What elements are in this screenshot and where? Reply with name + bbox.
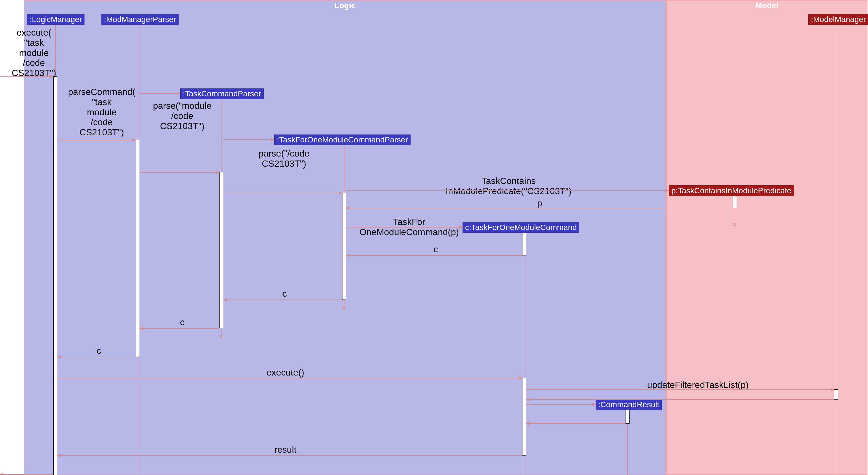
lifeline-mod-manager-parser: :ModManagerParser (101, 14, 179, 25)
arrow-cmdresult-back (526, 423, 626, 424)
arrowhead-c-return4 (57, 355, 61, 358)
arrowhead-parse2 (339, 191, 342, 195)
arrowhead-return-out (0, 473, 3, 475)
arrow-command-ctor (346, 227, 463, 227)
arrow-parse2 (223, 193, 342, 193)
logic-frame-title: Logic (335, 1, 356, 10)
arrowhead-parse1-call (216, 171, 219, 174)
arrow-c-return4 (57, 357, 136, 357)
lifeline-task-command-parser: :TaskCommandParser (180, 89, 264, 99)
arrow-create-cmdresult (526, 404, 596, 405)
arrow-return-out (0, 474, 53, 475)
arrowhead-execute-call (519, 376, 522, 380)
msg-execute-call: execute() (249, 368, 322, 378)
arrow-parse1-create (140, 93, 180, 94)
arrowhead-predicate-ctor (665, 189, 669, 192)
msg-update-filtered: updateFilteredTaskList(p) (630, 380, 766, 390)
msg-p-return: p (535, 198, 544, 209)
msg-c-return3: c (178, 317, 186, 327)
lifeline-predicate: p:TaskContainsInModulePredicate (669, 185, 794, 196)
activation-predicate (733, 196, 737, 208)
arrow-predicate-ctor (346, 190, 669, 191)
model-frame-title: Model (755, 1, 778, 10)
activation-mod-manager-parser (136, 140, 140, 357)
destroy-tcp: × (219, 333, 223, 341)
lifeline-task-for-one-module-command: c:TaskForOneModuleCommand (463, 222, 579, 233)
arrowhead-c-return3 (140, 327, 143, 330)
arrowhead-parse1-create (177, 92, 180, 95)
arrowhead-cmdresult-back (526, 422, 529, 425)
msg-c-return2: c (280, 289, 289, 299)
arrowhead-result (57, 454, 61, 457)
arrowhead-execute-in (50, 74, 53, 78)
activation-task-one-module-parser (342, 193, 346, 300)
arrow-p-return (346, 208, 733, 208)
arrow-parse1-call (140, 172, 219, 172)
arrowhead-create-cmdresult (592, 403, 596, 406)
arrowhead-return-model (526, 398, 529, 401)
arrow-result (57, 455, 522, 456)
activation-task-one-module-cmd-1 (522, 233, 526, 255)
lifeline-line-model-manager (836, 25, 836, 475)
msg-parse-command: parseCommand( "task module /code CS2103T… (65, 87, 138, 137)
arrow-c-return1 (346, 255, 522, 256)
lifeline-logic-manager: :LogicManager (27, 14, 85, 25)
destroy-predicate: × (733, 221, 736, 229)
destroy-t1mcp: × (342, 304, 346, 312)
msg-execute-in: execute( "task module /code CS2103T") (6, 28, 62, 78)
activation-command-result (626, 410, 629, 423)
activation-task-command-parser (219, 172, 223, 328)
arrow-c-return2 (223, 299, 342, 300)
msg-result: result (263, 445, 308, 455)
lifeline-task-one-module-cmd-parser: :TaskForOneModuleCommandParser (274, 134, 410, 145)
arrowhead-command-ctor (459, 225, 463, 229)
msg-c-return1: c (431, 245, 440, 255)
msg-predicate-ctor: TaskContains InModulePredicate("CS2103T"… (410, 176, 608, 196)
arrow-create-t1mcp (223, 139, 274, 140)
activation-model-manager (834, 389, 838, 400)
model-frame: Model (666, 0, 867, 475)
arrow-return-model (526, 399, 834, 400)
msg-parse1: parse("module /code CS2103T") (144, 101, 220, 131)
arrow-execute-call (57, 378, 522, 378)
arrowhead-parse-command (132, 138, 136, 142)
lifeline-command-result: :CommandResult (596, 399, 662, 410)
arrow-c-return3 (140, 328, 219, 329)
arrow-parse-command (57, 140, 136, 140)
msg-c-return4: c (95, 346, 103, 356)
arrowhead-c-return1 (346, 254, 349, 257)
msg-parse2: parse("/code CS2103T") (246, 149, 322, 169)
arrowhead-c-return2 (223, 298, 227, 302)
lifeline-model-manager: :ModelManager (808, 14, 868, 25)
arrow-update-filtered (526, 389, 834, 390)
arrowhead-p-return (346, 206, 349, 210)
arrowhead-create-t1mcp (271, 138, 274, 141)
arrowhead-update-filtered (831, 388, 834, 391)
activation-logic-manager (53, 76, 57, 475)
arrow-execute-in (0, 76, 53, 76)
activation-task-one-module-cmd-2 (522, 378, 526, 455)
